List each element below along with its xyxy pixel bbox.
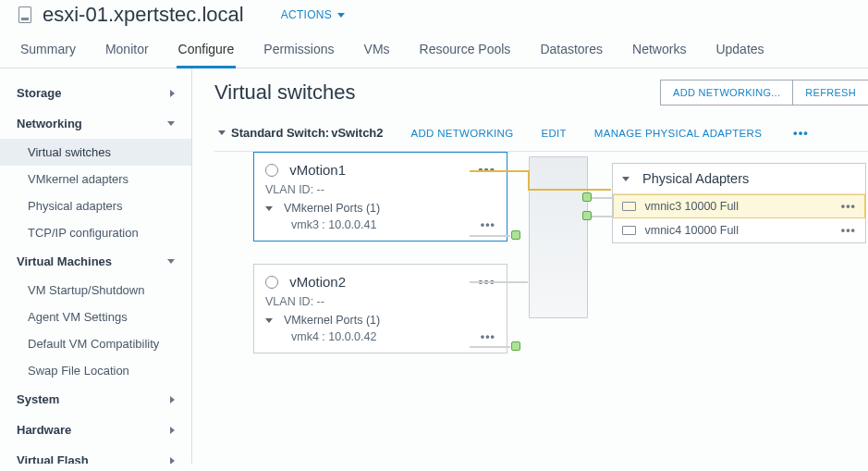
nic-row[interactable]: vmnic4 10000 Full ••• <box>613 218 865 242</box>
manage-adapters-link[interactable]: MANAGE PHYSICAL ADAPTERS <box>594 128 762 139</box>
portgroup-vmotion2[interactable]: vMotion2 ••• VLAN ID: -- VMkernel Ports … <box>253 264 507 353</box>
nic-label: vmnic3 10000 Full <box>644 200 738 213</box>
tab-datastores[interactable]: Datastores <box>538 34 605 68</box>
sidebar-item-agent-vm[interactable]: Agent VM Settings <box>0 304 191 330</box>
vmk-label: vmk3 : 10.0.0.41 <box>291 218 376 231</box>
tab-vms[interactable]: VMs <box>362 34 392 68</box>
ports-expand[interactable]: VMkernel Ports (1) <box>265 314 495 327</box>
edit-link[interactable]: EDIT <box>541 128 566 139</box>
tab-resource-pools[interactable]: Resource Pools <box>418 34 513 68</box>
content-title: Virtual switches <box>214 81 355 105</box>
vmk-more-icon[interactable]: ••• <box>481 330 495 343</box>
tab-monitor[interactable]: Monitor <box>104 34 151 68</box>
more-actions-icon[interactable]: ••• <box>789 126 813 140</box>
sidebar-virtual-flash[interactable]: Virtual Flash <box>0 445 191 464</box>
sidebar-networking-label: Networking <box>17 117 82 130</box>
chevron-right-icon <box>170 427 175 434</box>
sidebar-vm-label: Virtual Machines <box>17 254 112 268</box>
port-status-icon <box>511 230 520 240</box>
portgroup-name: vMotion1 <box>289 162 346 178</box>
vmk-more-icon[interactable]: ••• <box>481 218 495 231</box>
chevron-down-icon <box>167 121 175 126</box>
main-tabs: Summary Monitor Configure Permissions VM… <box>0 34 868 68</box>
tab-networks[interactable]: Networks <box>630 34 688 68</box>
sidebar-storage[interactable]: Storage <box>0 78 191 108</box>
chevron-right-icon <box>170 457 175 465</box>
switch-label-prefix: Standard Switch: <box>231 126 329 140</box>
portgroup-icon <box>265 164 278 177</box>
sidebar-item-virtual-switches[interactable]: Virtual switches <box>0 139 191 166</box>
sidebar-hardware[interactable]: Hardware <box>0 415 191 445</box>
chevron-down-icon <box>337 13 345 18</box>
sidebar-storage-label: Storage <box>17 86 61 100</box>
chevron-down-icon <box>265 206 273 211</box>
ports-expand[interactable]: VMkernel Ports (1) <box>265 202 495 215</box>
nic-icon <box>622 226 636 235</box>
physical-adapters-header[interactable]: Physical Adapters <box>613 164 865 194</box>
tab-configure[interactable]: Configure <box>177 34 237 68</box>
nic-row[interactable]: vmnic3 10000 Full ••• <box>613 194 865 218</box>
port-status-icon <box>582 211 592 220</box>
sidebar-item-tcpip[interactable]: TCP/IP configuration <box>0 219 191 246</box>
config-sidebar: Storage Networking Virtual switches VMke… <box>0 68 192 464</box>
chevron-right-icon <box>170 90 175 97</box>
sidebar-vflash-label: Virtual Flash <box>17 453 89 464</box>
sidebar-virtual-machines[interactable]: Virtual Machines <box>0 246 191 277</box>
ports-label: VMkernel Ports (1) <box>284 202 380 215</box>
sidebar-item-vmkernel-adapters[interactable]: VMkernel adapters <box>0 166 191 192</box>
tab-summary[interactable]: Summary <box>18 34 78 68</box>
sidebar-item-swap[interactable]: Swap File Location <box>0 357 191 384</box>
sidebar-hardware-label: Hardware <box>17 423 71 437</box>
chevron-down-icon <box>218 130 226 135</box>
chevron-down-icon <box>265 318 273 323</box>
actions-menu[interactable]: ACTIONS <box>281 8 345 21</box>
vlan-label: VLAN ID: -- <box>265 183 495 196</box>
portgroup-icon <box>265 276 278 289</box>
portgroup-vmotion1[interactable]: vMotion1 ••• VLAN ID: -- VMkernel Ports … <box>253 152 507 242</box>
actions-label: ACTIONS <box>281 8 332 21</box>
physical-adapters-panel: Physical Adapters vmnic3 10000 Full ••• … <box>612 163 866 243</box>
host-icon <box>18 6 31 23</box>
physical-adapters-title: Physical Adapters <box>642 171 749 186</box>
switch-toolbar: Standard Switch: vSwitch2 ADD NETWORKING… <box>214 105 868 152</box>
uplink-box <box>529 156 588 318</box>
host-title: esxi-01.xpertstec.local <box>43 3 244 27</box>
sidebar-system-label: System <box>17 392 59 406</box>
vmk-label: vmk4 : 10.0.0.42 <box>291 330 376 343</box>
chevron-right-icon <box>170 396 175 403</box>
tab-updates[interactable]: Updates <box>714 34 765 68</box>
page-header: esxi-01.xpertstec.local ACTIONS <box>0 0 868 34</box>
switch-name: vSwitch2 <box>331 126 383 140</box>
ports-label: VMkernel Ports (1) <box>284 314 380 327</box>
tab-permissions[interactable]: Permissions <box>262 34 336 68</box>
nic-more-icon[interactable]: ••• <box>841 200 856 213</box>
chevron-down-icon <box>622 177 630 181</box>
sidebar-networking[interactable]: Networking <box>0 108 191 139</box>
vlan-label: VLAN ID: -- <box>265 295 495 308</box>
sidebar-system[interactable]: System <box>0 384 191 415</box>
port-status-icon <box>511 341 520 351</box>
sidebar-item-vm-startup[interactable]: VM Startup/Shutdown <box>0 277 191 304</box>
port-status-icon <box>582 192 592 202</box>
add-networking-link[interactable]: ADD NETWORKING <box>411 128 514 139</box>
portgroup-name: vMotion2 <box>289 274 346 290</box>
chevron-down-icon <box>167 259 175 264</box>
sidebar-item-vm-compat[interactable]: Default VM Compatibility <box>0 330 191 357</box>
switch-collapse[interactable]: Standard Switch: vSwitch2 <box>218 126 384 140</box>
sidebar-item-physical-adapters[interactable]: Physical adapters <box>0 192 191 219</box>
switch-diagram: vMotion1 ••• VLAN ID: -- VMkernel Ports … <box>214 152 868 429</box>
nic-icon <box>622 202 636 211</box>
add-networking-button[interactable]: ADD NETWORKING... <box>660 80 793 105</box>
content-area: Virtual switches ADD NETWORKING... REFRE… <box>192 68 868 464</box>
nic-label: vmnic4 10000 Full <box>644 224 738 237</box>
nic-more-icon[interactable]: ••• <box>841 224 856 237</box>
refresh-button[interactable]: REFRESH <box>793 80 868 105</box>
